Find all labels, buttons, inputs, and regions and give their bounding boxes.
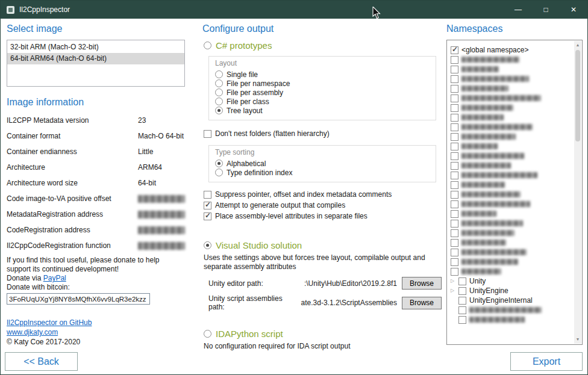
namespace-row[interactable] [451,74,572,84]
image-listbox[interactable]: 32-bit ARM (Mach-O 32-bit)64-bit ARM64 (… [7,40,185,87]
redacted-namespace [469,307,542,313]
layout-option-radio[interactable]: Tree layout [215,106,430,115]
checkbox-icon [204,212,211,220]
layout-option-radio[interactable]: Single file [215,70,430,79]
github-link[interactable]: Il2CppInspector on GitHub [7,318,92,327]
website-link[interactable]: www.djkaty.com [7,328,58,336]
checkbox-icon[interactable] [451,200,458,208]
checkbox-icon[interactable] [451,229,458,237]
namespace-label: UnityEngine [469,287,508,295]
namespace-row[interactable] [451,209,572,218]
namespace-row[interactable] [451,55,572,64]
namespace-row[interactable] [451,161,572,170]
namespace-row[interactable] [451,122,572,132]
namespace-row[interactable] [451,170,572,180]
option-checkbox[interactable]: Attempt to generate output that compiles [204,200,442,211]
checkbox-icon[interactable] [458,316,466,324]
expander-icon[interactable]: ▷ [451,286,458,296]
export-button[interactable]: Export [510,352,583,371]
checkbox-icon[interactable] [451,191,458,199]
checkbox-icon[interactable] [451,104,458,112]
namespace-row[interactable] [451,257,572,267]
checkbox-icon[interactable] [451,181,458,189]
namespace-row[interactable] [451,141,572,151]
checkbox-icon[interactable] [451,95,458,102]
scrollbar[interactable]: ▲ ▼ [574,41,581,344]
namespace-row[interactable]: ▷Unity [451,276,572,286]
checkbox-icon[interactable] [451,66,458,73]
namespace-row[interactable] [451,93,572,103]
checkbox-icon[interactable] [451,75,458,83]
namespace-row[interactable] [451,84,572,93]
scrollbar-thumb[interactable] [575,50,580,141]
ida-mode-radio[interactable]: IDAPython script [204,327,442,339]
checkbox-icon[interactable] [451,249,458,256]
checkbox-icon[interactable] [451,152,458,160]
namespace-row[interactable] [451,228,572,238]
browse-button[interactable]: Browse [402,277,442,290]
namespace-row[interactable] [451,180,572,190]
namespace-row[interactable] [451,267,572,276]
checkbox-icon[interactable] [451,258,458,266]
scroll-down-icon[interactable]: ▼ [576,335,580,344]
paypal-link[interactable]: PayPal [43,274,66,282]
image-list-item[interactable]: 64-bit ARM64 (Mach-O 64-bit) [7,53,184,64]
checkbox-icon[interactable] [451,133,458,141]
checkbox-icon[interactable] [451,239,458,247]
namespace-row[interactable]: UnityEngineInternal [451,296,572,305]
checkbox-icon[interactable] [451,162,458,170]
image-list-item[interactable]: 32-bit ARM (Mach-O 32-bit) [7,42,184,53]
namespace-row[interactable] [451,247,572,257]
expander-icon[interactable]: ▷ [451,276,458,286]
mode-label: Visual Studio solution [216,240,302,250]
vs-mode-radio[interactable]: Visual Studio solution [204,239,442,251]
namespace-row[interactable] [451,315,572,324]
checkbox-icon[interactable] [458,297,466,305]
checkbox-icon[interactable] [451,143,458,150]
option-checkbox[interactable]: Place assembly-level attributes in separ… [204,211,442,222]
maximize-button[interactable]: □ [532,1,560,19]
checkbox-icon[interactable] [451,268,458,276]
back-button[interactable]: << Back [5,352,78,371]
option-checkbox[interactable]: Suppress pointer, offset and index metad… [204,189,442,200]
radio-icon [215,88,223,96]
close-button[interactable]: ✕ [560,1,587,19]
browse-button[interactable]: Browse [402,297,442,309]
namespace-row[interactable] [451,103,572,113]
scroll-up-icon[interactable]: ▲ [576,41,580,49]
layout-option-radio[interactable]: File per class [215,97,430,106]
namespace-row[interactable] [451,151,572,161]
checkbox-icon[interactable] [451,85,458,93]
checkbox-icon[interactable] [451,46,458,54]
namespace-row[interactable] [451,64,572,74]
layout-option-radio[interactable]: File per namespace [215,79,430,88]
checkbox-icon[interactable] [451,210,458,218]
checkbox-icon[interactable] [451,220,458,228]
namespace-row[interactable] [451,218,572,228]
redacted-namespace [469,317,525,323]
checkbox-icon[interactable] [451,114,458,122]
namespace-row[interactable] [451,190,572,199]
namespace-row[interactable] [451,132,572,141]
links-block: Il2CppInspector on GitHub www.djkaty.com… [7,318,185,347]
namespace-row[interactable]: ▷UnityEngine [451,286,572,296]
sorting-option-radio[interactable]: Alphabetical [215,159,430,168]
namespace-row[interactable] [451,113,572,122]
checkbox-icon[interactable] [451,172,458,179]
sorting-option-radio[interactable]: Type definition index [215,168,430,177]
csharp-mode-radio[interactable]: C# prototypes [204,39,442,51]
checkbox-icon[interactable] [458,306,466,314]
checkbox-icon[interactable] [451,56,458,64]
checkbox-icon[interactable] [458,287,466,295]
flatten-checkbox[interactable]: Don't nest folders (flatten hierarchy) [204,128,442,139]
layout-option-radio[interactable]: File per assembly [215,88,430,97]
namespace-row[interactable] [451,305,572,315]
namespace-row[interactable] [451,238,572,247]
checkbox-icon[interactable] [451,123,458,131]
namespace-row[interactable]: <global namespace> [451,45,572,55]
namespace-row[interactable] [451,199,572,209]
bitcoin-address-input[interactable] [7,293,150,305]
redacted-namespace [461,124,533,130]
minimize-button[interactable]: — [504,1,532,19]
checkbox-icon[interactable] [458,277,466,285]
